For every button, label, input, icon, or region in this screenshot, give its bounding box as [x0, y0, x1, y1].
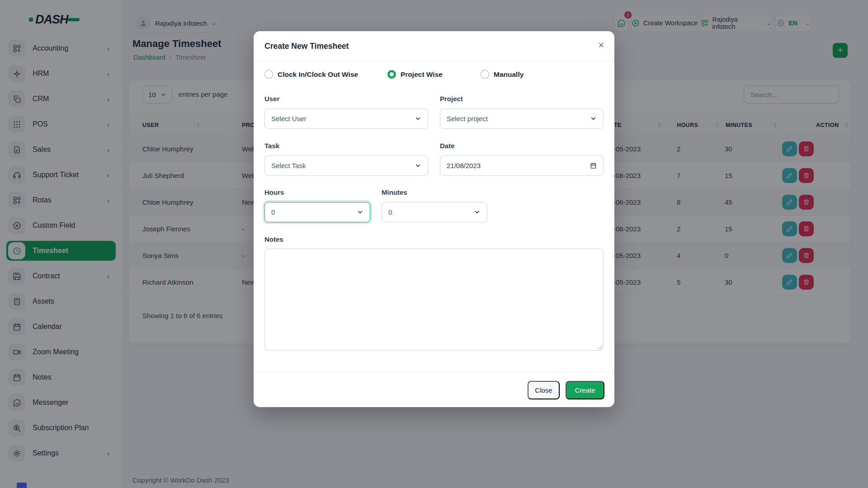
notes-label: Notes — [264, 235, 283, 243]
chevron-down-icon — [415, 115, 421, 122]
radio-icon — [264, 70, 273, 79]
hours-select-value: 0 — [271, 208, 275, 216]
chevron-down-icon — [357, 209, 363, 216]
radio-icon — [387, 70, 396, 79]
radio-label: Clock In/Clock Out Wise — [278, 70, 358, 79]
radio-project-wise[interactable]: Project Wise — [387, 70, 443, 79]
notes-field-wrap — [264, 249, 604, 351]
create-button[interactable]: Create — [566, 381, 604, 399]
chevron-down-icon — [474, 209, 481, 216]
project-select[interactable]: Select project — [440, 108, 604, 129]
minutes-select[interactable]: 0 — [382, 202, 487, 222]
minutes-select-value: 0 — [388, 208, 392, 216]
chevron-down-icon — [415, 162, 421, 169]
hours-select[interactable]: 0 — [264, 202, 370, 222]
radio-manually[interactable]: Manually — [481, 70, 524, 79]
user-label: User — [264, 95, 279, 103]
date-label: Date — [440, 142, 455, 150]
radio-label: Manually — [494, 70, 524, 79]
task-label: Task — [264, 142, 279, 150]
create-timesheet-modal: Create New Timesheet ✕ Clock In/Clock Ou… — [254, 31, 614, 407]
project-label: Project — [440, 95, 463, 103]
task-select[interactable]: Select Task — [264, 155, 428, 176]
modal-title: Create New Timesheet — [264, 31, 349, 61]
radio-label: Project Wise — [401, 70, 443, 79]
date-value: 21/08/2023 — [447, 162, 481, 169]
radio-icon — [481, 70, 489, 79]
calendar-icon — [590, 162, 597, 169]
modal-header: Create New Timesheet ✕ — [254, 31, 614, 61]
user-select-value: Select User — [271, 115, 307, 122]
notes-textarea[interactable] — [264, 249, 604, 351]
chevron-down-icon — [590, 115, 597, 122]
radio-clock-in-clock-out-wise[interactable]: Clock In/Clock Out Wise — [264, 70, 358, 79]
user-select[interactable]: Select User — [264, 108, 428, 129]
project-select-value: Select project — [447, 115, 488, 122]
timesheet-type-radio-group: Clock In/Clock Out WiseProject WiseManua… — [254, 70, 614, 83]
minutes-label: Minutes — [382, 188, 407, 196]
modal-footer: Close Create — [254, 372, 614, 407]
date-input[interactable]: 21/08/2023 — [440, 155, 604, 176]
close-button[interactable]: Close — [528, 381, 560, 399]
close-icon[interactable]: ✕ — [598, 41, 604, 50]
task-select-value: Select Task — [271, 162, 306, 169]
hours-label: Hours — [264, 188, 284, 196]
